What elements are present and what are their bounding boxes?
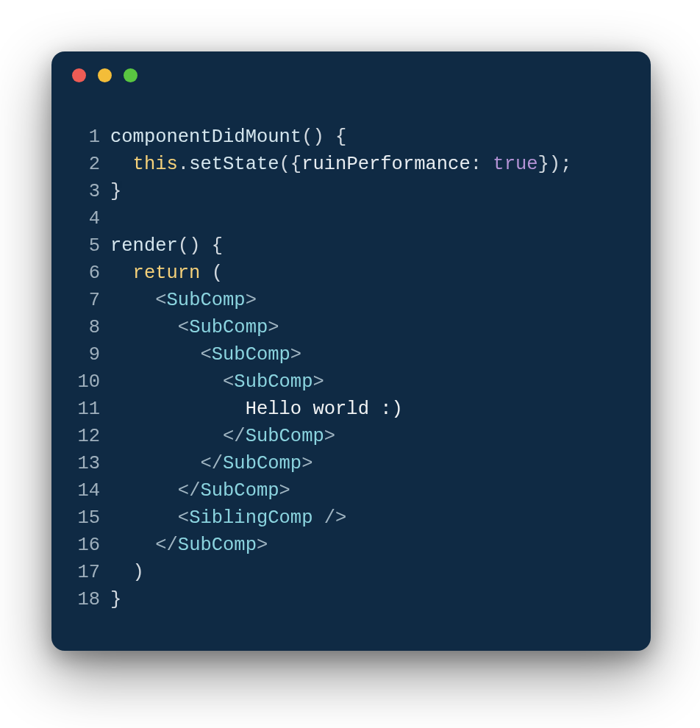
line-number: 2 (51, 151, 110, 178)
code-token: > (312, 371, 324, 393)
code-token: this (133, 154, 178, 175)
line-number: 3 (51, 178, 110, 205)
code-content: <SiblingComp /> (110, 504, 346, 532)
zoom-icon[interactable] (124, 68, 138, 82)
line-number: 17 (51, 559, 110, 586)
code-content: return ( (110, 260, 223, 287)
line-number: 4 (51, 205, 110, 232)
code-token: < (200, 344, 211, 365)
code-token: () { (178, 235, 223, 257)
code-token (110, 263, 133, 284)
code-token: } (110, 589, 121, 610)
code-token (110, 480, 178, 502)
code-line: 11 Hello world :) (51, 396, 651, 423)
line-number: 6 (51, 260, 110, 287)
code-content: } (110, 178, 121, 205)
code-token: setState (189, 154, 279, 175)
code-token (110, 154, 133, 175)
code-token (110, 371, 223, 393)
code-content: } (110, 586, 121, 613)
code-content: <SubComp> (110, 341, 301, 368)
code-token: SubComp (212, 344, 290, 365)
code-line: 8 <SubComp> (51, 314, 651, 341)
code-token: SubComp (189, 317, 268, 338)
line-number: 1 (51, 124, 110, 151)
code-content: </SubComp> (110, 477, 290, 504)
code-token: > (257, 535, 268, 556)
line-number: 11 (51, 396, 110, 423)
code-token (110, 562, 133, 583)
code-token: SubComp (246, 426, 324, 447)
code-token: ) (133, 562, 144, 583)
line-number: 9 (51, 341, 110, 368)
code-content: <SubComp> (110, 287, 257, 314)
code-line: 16 </SubComp> (51, 532, 651, 559)
code-token (110, 507, 178, 529)
code-token: </ (155, 535, 178, 556)
code-token: return (133, 263, 201, 284)
code-content: ) (110, 559, 144, 586)
code-token: SubComp (223, 453, 301, 474)
code-content: </SubComp> (110, 532, 268, 559)
code-token: SubComp (178, 535, 257, 556)
code-line: 7 <SubComp> (51, 287, 651, 314)
code-line: 18} (51, 586, 651, 613)
code-line: 15 <SiblingComp /> (51, 504, 651, 532)
code-content: </SubComp> (110, 450, 312, 477)
code-content: Hello world :) (110, 396, 403, 423)
code-token: Hello world :) (246, 399, 403, 420)
code-token: SubComp (167, 290, 246, 311)
code-line: 6 return ( (51, 260, 651, 287)
code-token (110, 344, 200, 365)
code-token: > (246, 290, 257, 311)
code-line: 12 </SubComp> (51, 423, 651, 450)
code-token (110, 453, 200, 474)
code-token: > (301, 453, 312, 474)
code-token: </ (200, 453, 223, 474)
code-token: /> (312, 507, 346, 529)
line-number: 14 (51, 477, 110, 504)
code-content: componentDidMount() { (110, 124, 346, 151)
window-titlebar (51, 51, 651, 99)
line-number: 5 (51, 232, 110, 260)
code-token (110, 399, 246, 420)
code-token: > (290, 344, 301, 365)
code-line: 3} (51, 178, 651, 205)
code-token: SubComp (200, 480, 279, 502)
code-line: 10 <SubComp> (51, 368, 651, 396)
code-content: render() { (110, 232, 223, 260)
line-number: 18 (51, 586, 110, 613)
code-token: componentDidMount (110, 126, 301, 148)
code-token: < (178, 317, 189, 338)
line-number: 8 (51, 314, 110, 341)
code-token: render (110, 235, 178, 257)
code-token: } (110, 181, 121, 202)
code-line: 14 </SubComp> (51, 477, 651, 504)
code-token: </ (178, 480, 201, 502)
stage: 1componentDidMount() {2 this.setState({r… (0, 0, 700, 728)
code-line: 4 (51, 205, 651, 232)
code-window: 1componentDidMount() {2 this.setState({r… (51, 51, 651, 651)
code-token: SubComp (234, 371, 312, 393)
code-token: < (178, 507, 189, 529)
code-token: SiblingComp (189, 507, 312, 529)
code-token: true (493, 154, 538, 175)
code-token (110, 317, 178, 338)
code-token: < (155, 290, 166, 311)
code-token: > (324, 426, 335, 447)
code-token: . (178, 154, 189, 175)
code-editor[interactable]: 1componentDidMount() {2 this.setState({r… (51, 99, 651, 635)
code-token: }); (538, 154, 572, 175)
code-content: this.setState({ruinPerformance: true}); (110, 151, 571, 178)
code-content: <SubComp> (110, 368, 324, 396)
code-content: <SubComp> (110, 314, 279, 341)
minimize-icon[interactable] (98, 68, 112, 82)
code-token (110, 535, 155, 556)
code-token: > (279, 480, 290, 502)
code-line: 9 <SubComp> (51, 341, 651, 368)
close-icon[interactable] (72, 68, 86, 82)
line-number: 16 (51, 532, 110, 559)
code-token: () { (301, 126, 346, 148)
code-token: > (268, 317, 279, 338)
code-line: 1componentDidMount() { (51, 124, 651, 151)
